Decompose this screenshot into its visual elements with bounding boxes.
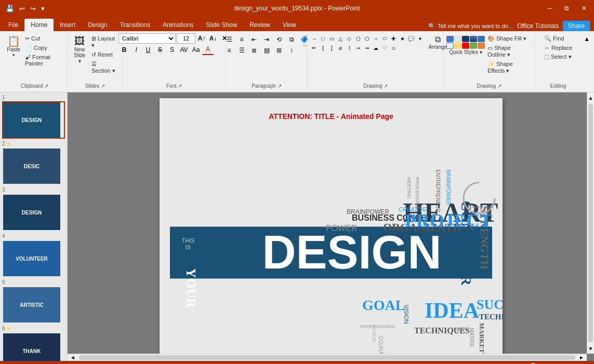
align-left-btn[interactable]: ≡ [223, 45, 235, 56]
arc-shape[interactable]: ⌀ [336, 44, 345, 52]
collapse-ribbon[interactable]: ▲ [582, 32, 592, 91]
bracket-shape[interactable]: [ [327, 44, 336, 52]
section-button[interactable]: ☰ Section ▾ [89, 60, 119, 75]
col-btn[interactable]: ⊞ [273, 45, 285, 56]
zigzag-shape[interactable]: ⌇ [345, 44, 353, 52]
cross-shape[interactable]: ✚ [389, 34, 398, 43]
connector-shape[interactable]: ⊸ [354, 44, 362, 52]
tell-me[interactable]: 🔍 Tell me what you want to do... [428, 23, 513, 30]
tab-transitions[interactable]: Transitions [114, 19, 156, 31]
collapse-icon[interactable]: ▲ [582, 34, 592, 44]
font-family-select[interactable]: Calibri [118, 33, 176, 44]
text-direction-btn[interactable]: ⟲ [273, 34, 285, 45]
tab-insert[interactable]: Insert [54, 19, 82, 31]
triangle-shape[interactable]: △ [336, 34, 345, 43]
paste-dropdown[interactable]: ▾ [12, 52, 15, 58]
underline-btn[interactable]: U [142, 45, 154, 55]
slide-thumbnail[interactable]: ARTISTIC [2, 286, 65, 323]
convert-btn[interactable]: ⧉ [286, 34, 297, 45]
shape-effects-button[interactable]: ✨ Shape Effects ▾ [485, 60, 531, 75]
scroll-h-thumb[interactable] [79, 355, 575, 360]
font-color-btn[interactable]: A [202, 45, 214, 55]
rect2-shape[interactable]: ▭ [327, 34, 336, 43]
slide-thumbnail[interactable]: DESIGN [2, 101, 65, 139]
font-size-input[interactable] [177, 33, 195, 44]
cloud-shape[interactable]: ☁ [372, 44, 380, 52]
select-button[interactable]: ⬚ Select ▾ [542, 52, 574, 61]
bullets-btn[interactable]: ☰ [223, 34, 235, 45]
tab-file[interactable]: File [2, 19, 24, 31]
star-shape[interactable]: ★ [398, 34, 406, 43]
reading-view-btn[interactable]: 📖 [482, 362, 495, 364]
new-slide-button[interactable]: 🖼 NewSlide ▾ [71, 34, 88, 65]
slide-sorter-btn[interactable]: ⊞ [467, 362, 478, 364]
hex-shape[interactable]: ⬡ [363, 34, 371, 43]
scroll-up-btn[interactable]: ▲ [587, 92, 594, 103]
vertical-scrollbar[interactable]: ▲ ▼ [587, 92, 594, 354]
office-tutorials-link[interactable]: Office Tutorials [517, 22, 559, 30]
dec-indent-btn[interactable]: ⇤ [248, 34, 260, 45]
heart-shape[interactable]: ♡ [380, 44, 389, 52]
layout-button[interactable]: ⊞ Layout ▾ [89, 34, 119, 50]
tab-home[interactable]: Home [24, 19, 54, 31]
line-spacing-btn[interactable]: ↕ [286, 45, 297, 56]
scroll-thumb[interactable] [588, 104, 593, 342]
oval-shape[interactable]: ⬭ [380, 34, 389, 43]
numbering-btn[interactable]: ≡ [236, 34, 247, 45]
slideshow-btn[interactable]: ▶ [499, 362, 509, 364]
minimize-btn[interactable]: ─ [544, 4, 555, 13]
close-btn[interactable]: ✕ [578, 4, 590, 13]
text-case-btn[interactable]: Aa [190, 45, 202, 55]
tab-slideshow[interactable]: Slide Show [200, 19, 243, 31]
increase-font-btn[interactable]: A↑ [196, 33, 207, 44]
slide-thumbnail[interactable]: DESIC [2, 147, 65, 185]
bold-btn[interactable]: B [118, 45, 130, 55]
scroll-down-btn[interactable]: ▼ [587, 343, 594, 354]
inc-indent-btn[interactable]: ⇥ [261, 34, 272, 45]
shape-outline-button[interactable]: ▭ Shape Outline ▾ [485, 44, 531, 59]
text-shadow-btn[interactable]: S [166, 45, 178, 55]
align-center-btn[interactable]: ☰ [236, 45, 247, 56]
slide-thumbnail[interactable]: THANK [2, 332, 65, 361]
callout-shape[interactable]: 💬 [407, 34, 415, 43]
slide-thumbnail[interactable]: DESIGN [2, 194, 65, 231]
scroll-right-btn[interactable]: ► [576, 354, 587, 361]
paste-button[interactable]: 📋 Paste ▾ [5, 34, 22, 59]
restore-btn[interactable]: ⧉ [561, 4, 572, 13]
find-button[interactable]: 🔍 Find [542, 34, 574, 43]
horizontal-scrollbar[interactable]: ◄ ► [68, 354, 587, 361]
redo-icon[interactable]: ↪ [29, 4, 37, 14]
cut-button[interactable]: ✂ Cut [23, 34, 64, 43]
tab-review[interactable]: Review [243, 19, 276, 31]
arrow2-shape[interactable]: ⇒ [363, 44, 371, 52]
tab-view[interactable]: View [276, 19, 302, 31]
char-spacing-btn[interactable]: AV [178, 45, 190, 55]
brace-shape[interactable]: { [319, 44, 327, 52]
rect-shape[interactable]: □ [319, 34, 327, 43]
diamond-shape[interactable]: ◇ [345, 34, 353, 43]
justify-btn[interactable]: ▤ [261, 45, 272, 56]
share-button[interactable]: Share [563, 21, 590, 31]
save-icon[interactable]: 💾 [4, 4, 16, 14]
align-right-btn[interactable]: ≣ [248, 45, 260, 56]
arrow-shape[interactable]: → [310, 34, 318, 43]
pentagon-shape[interactable]: ⬠ [354, 34, 362, 43]
tab-design[interactable]: Design [82, 19, 113, 31]
smiley-shape[interactable]: ☺ [389, 44, 398, 52]
slide-thumbnail[interactable]: VOLUNTEER [2, 240, 65, 277]
replace-button[interactable]: ↔ Replace [542, 44, 574, 52]
circle-shape[interactable]: ○ [372, 34, 380, 43]
scroll-left-btn[interactable]: ◄ [68, 354, 78, 361]
format-painter-button[interactable]: 🖌 Format Painter [23, 53, 64, 68]
line-shape[interactable]: ╱ [301, 34, 309, 43]
tab-animations[interactable]: Animations [156, 19, 200, 31]
quick-styles-button[interactable]: Quick Styles ▾ [447, 34, 484, 57]
italic-btn[interactable]: I [130, 45, 142, 55]
reset-button[interactable]: ↺ Reset [89, 50, 119, 59]
shape-fill-button[interactable]: 🎨 Shape Fill ▾ [485, 34, 531, 43]
copy-button[interactable]: 📄 Copy [23, 44, 64, 52]
undo-icon[interactable]: ↩ [18, 4, 27, 14]
curve-shape[interactable]: ⌒ [301, 44, 309, 52]
normal-view-btn[interactable]: ▤ [452, 362, 463, 364]
customize-icon[interactable]: ▾ [39, 4, 46, 14]
